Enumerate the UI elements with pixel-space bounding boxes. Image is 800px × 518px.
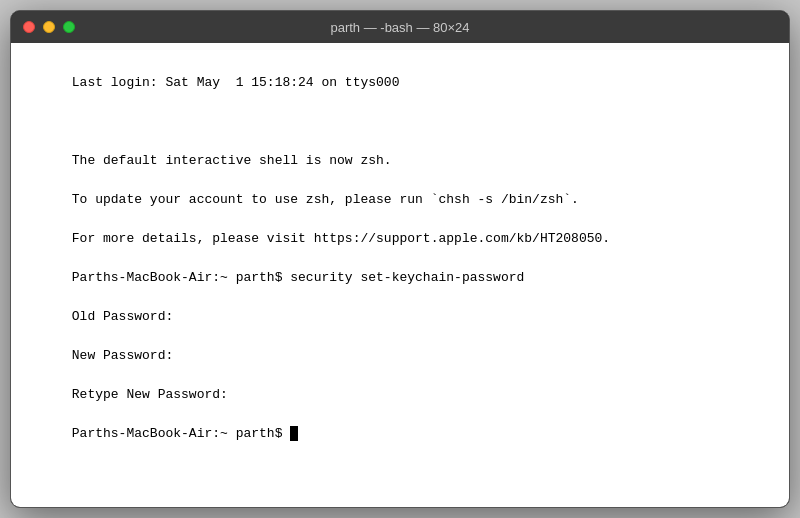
window-title: parth — -bash — 80×24	[330, 20, 469, 35]
terminal-line-9: Retype New Password:	[72, 387, 228, 402]
terminal-line-6: Parths-MacBook-Air:~ parth$ security set…	[72, 270, 524, 285]
terminal-line-10: Parths-MacBook-Air:~ parth$	[72, 426, 290, 441]
terminal-line-1: Last login: Sat May 1 15:18:24 on ttys00…	[72, 75, 400, 90]
maximize-button[interactable]	[63, 21, 75, 33]
terminal-cursor	[290, 426, 298, 441]
terminal-line-4: To update your account to use zsh, pleas…	[72, 192, 579, 207]
terminal-line-8: New Password:	[72, 348, 173, 363]
titlebar: parth — -bash — 80×24	[11, 11, 789, 43]
terminal-line-7: Old Password:	[72, 309, 173, 324]
terminal-line-5: For more details, please visit https://s…	[72, 231, 610, 246]
terminal-window: parth — -bash — 80×24 Last login: Sat Ma…	[10, 10, 790, 508]
minimize-button[interactable]	[43, 21, 55, 33]
terminal-body[interactable]: Last login: Sat May 1 15:18:24 on ttys00…	[11, 43, 789, 507]
terminal-output: Last login: Sat May 1 15:18:24 on ttys00…	[25, 53, 775, 463]
terminal-line-3: The default interactive shell is now zsh…	[72, 153, 392, 168]
traffic-lights	[23, 21, 75, 33]
close-button[interactable]	[23, 21, 35, 33]
